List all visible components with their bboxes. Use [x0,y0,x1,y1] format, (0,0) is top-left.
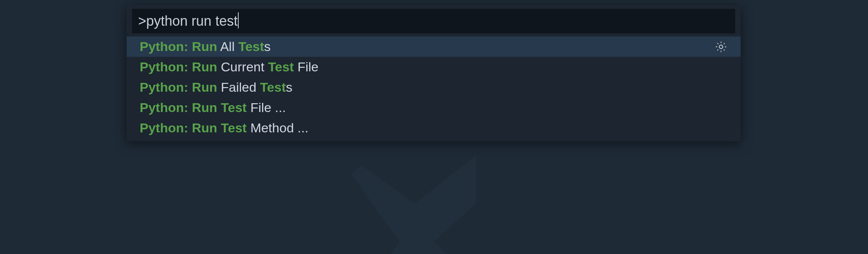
command-result-label: Python: Run Failed Tests [140,80,728,95]
command-input[interactable]: >python run test [132,9,735,33]
command-results-list: Python: Run All TestsPython: Run Current… [127,36,741,141]
command-result-item[interactable]: Python: Run Test Method ... [127,118,741,138]
command-result-item[interactable]: Python: Run Test File ... [127,97,741,118]
command-result-label: Python: Run Test Method ... [140,120,728,135]
command-palette: >python run test Python: Run All TestsPy… [127,5,741,141]
input-wrap: >python run test [127,5,741,36]
command-result-label: Python: Run Test File ... [140,100,728,115]
command-result-label: Python: Run All Tests [140,39,715,54]
command-result-label: Python: Run Current Test File [140,59,728,74]
command-input-text: >python run test [138,13,238,29]
command-result-item[interactable]: Python: Run Current Test File [127,57,741,77]
command-result-item[interactable]: Python: Run All Tests [127,36,741,57]
gear-icon[interactable] [715,40,728,53]
command-result-item[interactable]: Python: Run Failed Tests [127,77,741,97]
svg-point-0 [719,45,723,48]
text-cursor [238,12,239,28]
vscode-logo-watermark [300,146,568,254]
